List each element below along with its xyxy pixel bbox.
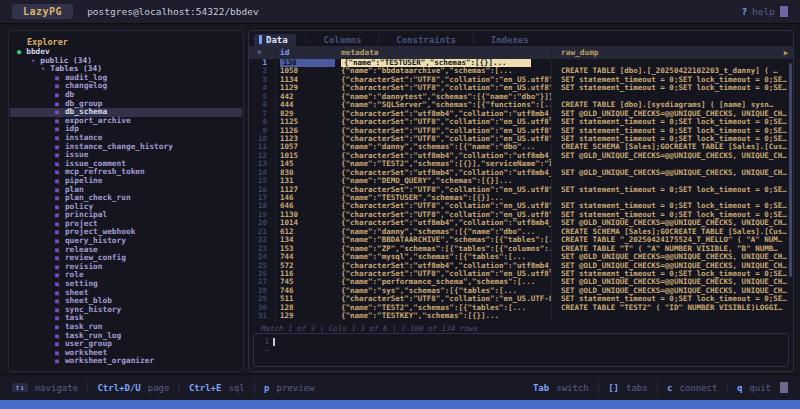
sidebar-item-policy[interactable]: ■policy <box>9 203 243 212</box>
table-row[interactable]: 23153{"name":"ZP","schemas":[{"tables":[… <box>249 245 793 253</box>
cell-raw-dump: SET statement_timeout = 0;SET lock_timeo… <box>551 186 793 194</box>
table-row[interactable]: 5442{"name":"dannytest","schemas":[{"nam… <box>249 93 793 101</box>
metadata-value: {"name":"ZP","schemas":[{"tables":[{"col… <box>341 245 551 253</box>
sidebar-item-query_history[interactable]: ■query_history <box>9 237 243 246</box>
row-number: 12 <box>249 152 275 160</box>
id-value: 1015 <box>280 152 298 160</box>
sidebar-item-idp[interactable]: ■idp <box>9 125 243 134</box>
table-row[interactable]: 161127{"characterSet":"UTF8","collation"… <box>249 186 793 194</box>
table-row[interactable]: 14830{"characterSet":"utf8mb4","collatio… <box>249 169 793 177</box>
cell-metadata: {"characterSet":"UTF8","collation":"en_U… <box>337 211 551 219</box>
table-row[interactable]: 101123{"characterSet":"UTF8","collation"… <box>249 135 793 143</box>
cell-raw-dump: SET statement_timeout = 0;SET lock_timeo… <box>551 76 793 84</box>
table-row[interactable]: 22134{"name":"BBDATAARCHIVE","schemas":[… <box>249 236 793 244</box>
table-row[interactable]: 41129{"characterSet":"UTF8","collation":… <box>249 84 793 92</box>
table-row[interactable]: 25572{"characterSet":"utf8mb4","collatio… <box>249 262 793 270</box>
keybind-action: tabs <box>626 383 648 393</box>
sidebar-item-release[interactable]: ■release <box>9 246 243 255</box>
lazypg-window: LazyPG postgres@localhost:54322/bbdev ? … <box>0 0 800 409</box>
cell-metadata: {"name":"TEST2","schemas":[{}],"serviceN… <box>337 160 551 168</box>
tab-columns[interactable]: Columns <box>317 35 369 45</box>
sidebar-item-plan_check_run[interactable]: ■plan_check_run <box>9 194 243 203</box>
table-row[interactable]: 21612{"name":"danny","schemas":[{"name":… <box>249 228 793 236</box>
table-row[interactable]: 30128{"name":"TEST2","schemas":[{"tables… <box>249 304 793 312</box>
sidebar-item-review_config[interactable]: ■review_config <box>9 254 243 263</box>
table-row[interactable]: 27745{"name":"performance_schema","schem… <box>249 278 793 286</box>
table-row[interactable]: 111057{"name":"danny","schemas":[{"name"… <box>249 143 793 151</box>
keybind-separator: │ <box>724 383 729 393</box>
sidebar-item-audit_log[interactable]: ■audit_log <box>9 74 243 83</box>
table-row[interactable]: 191130{"characterSet":"UTF8","collation"… <box>249 211 793 219</box>
sql-editor[interactable]: 1 ~ <box>253 333 789 367</box>
sidebar-item-sheet[interactable]: ■sheet <box>9 289 243 298</box>
table-row[interactable]: 28746{"name":"sys","schemas":[{"tables":… <box>249 287 793 295</box>
column-header-raw-dump[interactable]: raw_dump <box>551 46 793 59</box>
sidebar-item-principal[interactable]: ■principal <box>9 211 243 220</box>
row-number: 31 <box>249 312 275 320</box>
table-icon: ■ <box>55 134 59 143</box>
table-row[interactable]: 121015{"characterSet":"utf8mb4","collati… <box>249 152 793 160</box>
sidebar-item-pipeline[interactable]: ■pipeline <box>9 177 243 186</box>
metadata-value: {"name":"performance_schema","schemas":[… <box>341 278 535 286</box>
sort-desc-icon[interactable]: ▼ <box>249 48 275 57</box>
sidebar-item-project_webhook[interactable]: ■project_webhook <box>9 228 243 237</box>
table-row[interactable]: 21058{"name":"bbdataarchive","schemas":[… <box>249 67 793 75</box>
column-header-id[interactable]: id <box>275 46 337 59</box>
column-header-metadata[interactable]: metadata <box>337 48 551 57</box>
sidebar-item-setting[interactable]: ■setting <box>9 280 243 289</box>
tab-indexes[interactable]: Indexes <box>484 35 536 45</box>
sidebar-item-sheet_blob[interactable]: ■sheet_blob <box>9 297 243 306</box>
table-row[interactable]: 29511{"characterSet":"UTF8","collation":… <box>249 295 793 303</box>
table-row[interactable]: 6444{"name":"SQLServer","schemas":[{"fun… <box>249 101 793 109</box>
table-row[interactable]: 31129{"name":"TESTKEY","schemas":[{}]... <box>249 312 793 320</box>
row-number: 8 <box>249 118 275 126</box>
table-row[interactable]: 91126{"characterSet":"UTF8","collation":… <box>249 127 793 135</box>
table-row[interactable]: 26116{"characterSet":"UTF8","collation":… <box>249 270 793 278</box>
cell-metadata: {"characterSet":"UTF8","collation":"en_U… <box>337 118 551 126</box>
table-icon: ■ <box>55 237 59 246</box>
keybind-key: Ctrl+E <box>189 383 222 393</box>
vertical-scrollbar[interactable] <box>789 63 792 277</box>
table-row[interactable]: 1130{"name":"TESTUSER","schemas":[{}]... <box>249 59 793 67</box>
table-row[interactable]: 31134{"characterSet":"UTF8","collation":… <box>249 76 793 84</box>
row-number: 6 <box>249 101 275 109</box>
table-row[interactable]: 15131{"name":"DEMO_QUERY","schemas":[{}]… <box>249 177 793 185</box>
table-row[interactable]: 201014{"characterSet":"utf8mb4","collati… <box>249 219 793 227</box>
id-value: 134 <box>280 236 294 244</box>
cell-raw-dump: SET @OLD_UNIQUE_CHECKS=@@UNIQUE_CHECKS, … <box>551 287 793 295</box>
sidebar-item-worksheet_organizer[interactable]: ■worksheet_organizer <box>9 357 243 366</box>
table-row[interactable]: 17146{"name":"TESTUSER","schemas":[{}]..… <box>249 194 793 202</box>
raw-dump-value: SET statement_timeout = 0;SET lock_timeo… <box>561 270 787 278</box>
sidebar-item-role[interactable]: ■role <box>9 271 243 280</box>
sidebar-item-user_group[interactable]: ■user_group <box>9 340 243 349</box>
keybind-key: p <box>264 383 269 393</box>
sidebar-item-db[interactable]: ■db <box>9 91 243 100</box>
table-row[interactable]: 13145{"name":"TEST2","schemas":[{}],"ser… <box>249 160 793 168</box>
table-row[interactable]: 18646{"characterSet":"UTF8","collation":… <box>249 202 793 210</box>
sidebar-item-mcp_refresh_token[interactable]: ■mcp_refresh_token <box>9 168 243 177</box>
cell-id: 646 <box>275 202 337 210</box>
tab-constraints[interactable]: Constraints <box>389 35 463 45</box>
sidebar-item-task_run_log[interactable]: ■task_run_log <box>9 332 243 341</box>
table-row[interactable]: 24744{"name":"mysql","schemas":[{"tables… <box>249 253 793 261</box>
metadata-value: {"characterSet":"UTF8","collation":"en_U… <box>341 270 551 278</box>
cell-metadata: {"characterSet":"utf8mb4","collation":"u… <box>337 152 551 160</box>
sidebar-item-changelog[interactable]: ■changelog <box>9 82 243 91</box>
cell-id: 442 <box>275 93 337 101</box>
sidebar-item-sync_history[interactable]: ■sync_history <box>9 306 243 315</box>
tab-data[interactable]: Data <box>254 34 296 46</box>
sidebar-item-task_run[interactable]: ■task_run <box>9 323 243 332</box>
sidebar-item-schema[interactable]: ▾ public (34) <box>9 57 243 66</box>
table-row[interactable]: 81125{"characterSet":"UTF8","collation":… <box>249 118 793 126</box>
sidebar-item-tables-group[interactable]: ▾ Tables (34) <box>9 65 243 74</box>
sidebar-item-export_archive[interactable]: ■export_archive <box>9 117 243 126</box>
sidebar-item-task[interactable]: ■task <box>9 314 243 323</box>
sidebar-item-revision[interactable]: ■revision <box>9 263 243 272</box>
table-row[interactable]: 7829{"characterSet":"utf8mb4","collation… <box>249 110 793 118</box>
raw-dump-value: SET @OLD_UNIQUE_CHECKS=@@UNIQUE_CHECKS, … <box>561 110 787 118</box>
cell-id: 153 <box>275 245 337 253</box>
sidebar-item-issue[interactable]: ■issue <box>9 151 243 160</box>
raw-dump-value: SET statement_timeout = 0;SET lock_timeo… <box>561 211 787 219</box>
sidebar-item-db_group[interactable]: ■db_group <box>9 100 243 109</box>
sidebar-item-instance_change_history[interactable]: ■instance_change_history <box>9 143 243 152</box>
